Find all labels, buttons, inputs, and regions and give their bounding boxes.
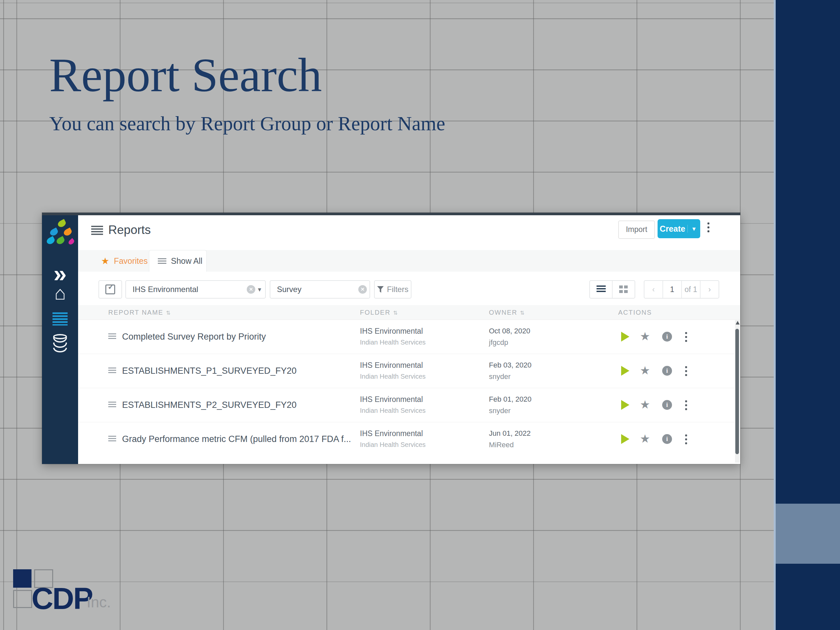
- scrollbar-up-arrow-icon[interactable]: [736, 321, 740, 325]
- info-icon[interactable]: i: [662, 366, 672, 376]
- group-caret-icon[interactable]: ▾: [258, 286, 261, 293]
- table-row[interactable]: Completed Survey Report by Priority IHS …: [78, 320, 740, 354]
- logo-leaf-teal: [46, 236, 56, 245]
- folder-cell: IHS EnvironmentalIndian Health Services: [360, 429, 426, 448]
- table-row[interactable]: ESTABLISHMENTS_P2_SURVEYED_FY20 IHS Envi…: [78, 388, 740, 422]
- clear-group-icon[interactable]: ✕: [247, 285, 255, 294]
- logo-leaf-blue: [49, 227, 59, 237]
- favorite-star-icon[interactable]: ★: [640, 399, 650, 410]
- scrollbar-thumb[interactable]: [735, 329, 739, 454]
- owner-cell: Feb 01, 2020snyder: [489, 395, 532, 415]
- grid-view-icon: [619, 286, 628, 293]
- list-view-toggle[interactable]: [590, 281, 612, 298]
- view-toggle-group: [589, 280, 635, 298]
- run-report-icon[interactable]: [621, 332, 629, 341]
- page-title: Reports: [108, 223, 151, 237]
- reports-app-window: » ⌂ Reports Import Create ▾ ★ Favorites …: [42, 213, 740, 464]
- slide: Report Search You can search by Report G…: [0, 0, 840, 630]
- row-kebab-menu-icon[interactable]: [685, 434, 687, 444]
- filter-funnel-icon: [377, 286, 384, 293]
- current-page[interactable]: 1: [663, 281, 681, 298]
- prev-page-button[interactable]: ‹: [644, 281, 663, 298]
- next-page-button[interactable]: ›: [700, 281, 718, 298]
- report-icon: [108, 368, 116, 374]
- report-name[interactable]: ESTABLISHMENTS_P2_SURVEYED_FY20: [122, 400, 297, 410]
- favorite-star-icon[interactable]: ★: [640, 433, 650, 444]
- report-icon: [108, 333, 116, 340]
- sort-icon[interactable]: ⇅: [393, 310, 398, 316]
- table-header: REPORT NAME⇅ FOLDER⇅ OWNER⇅ ACTIONS: [78, 305, 740, 320]
- create-dropdown-caret-icon[interactable]: ▾: [687, 225, 700, 233]
- logo-leaf-orange: [63, 227, 73, 237]
- report-name[interactable]: Grady Performance metric CFM (pulled fro…: [122, 434, 351, 444]
- logo-leaf-lime: [57, 219, 67, 228]
- slide-subtitle: You can search by Report Group or Report…: [49, 112, 445, 136]
- table-row[interactable]: ESTABLISHMENTS_P1_SURVEYED_FY20 IHS Envi…: [78, 354, 740, 388]
- favorites-star-icon: ★: [101, 256, 109, 267]
- cdp-logo-suffix: Inc.: [87, 595, 111, 609]
- column-actions: ACTIONS: [618, 309, 652, 316]
- row-kebab-menu-icon[interactable]: [685, 366, 687, 376]
- create-button-label: Create: [658, 224, 687, 234]
- grid-view-toggle[interactable]: [612, 281, 635, 298]
- show-all-list-icon: [158, 258, 166, 264]
- row-kebab-menu-icon[interactable]: [685, 332, 687, 342]
- column-owner[interactable]: OWNER⇅: [489, 309, 525, 316]
- tab-favorites-label: Favorites: [114, 256, 148, 266]
- database-icon[interactable]: [53, 334, 67, 352]
- app-logo-icon[interactable]: [48, 220, 74, 246]
- info-icon[interactable]: i: [662, 332, 672, 341]
- sort-icon[interactable]: ⇅: [520, 310, 525, 316]
- folder-cell: IHS EnvironmentalIndian Health Services: [360, 395, 426, 414]
- report-name[interactable]: Completed Survey Report by Priority: [122, 332, 266, 342]
- right-lightblue-band: [776, 504, 840, 564]
- logo-leaf-magenta: [68, 238, 76, 246]
- report-name-input[interactable]: Survey ✕: [270, 280, 370, 298]
- folder-cell: IHS EnvironmentalIndian Health Services: [360, 327, 426, 346]
- table-row[interactable]: Grady Performance metric CFM (pulled fro…: [78, 422, 740, 456]
- owner-cell: Oct 08, 2020jfgcdp: [489, 327, 530, 347]
- reports-title-icon: [91, 226, 103, 235]
- info-icon[interactable]: i: [662, 434, 672, 444]
- favorite-star-icon[interactable]: ★: [640, 330, 650, 342]
- column-report-name[interactable]: REPORT NAME⇅: [108, 309, 171, 316]
- filters-button[interactable]: Filters: [374, 280, 412, 298]
- column-folder[interactable]: FOLDER⇅: [360, 309, 398, 316]
- select-reports-button[interactable]: [98, 280, 122, 298]
- owner-cell: Jun 01, 2022MiReed: [489, 429, 531, 449]
- folder-cell: IHS EnvironmentalIndian Health Services: [360, 361, 426, 380]
- create-button[interactable]: Create ▾: [658, 219, 700, 238]
- home-icon[interactable]: ⌂: [42, 284, 78, 303]
- pagination: ‹ 1 of 1 ›: [644, 280, 719, 298]
- app-sidebar: » ⌂: [42, 215, 78, 464]
- tab-show-all[interactable]: Show All: [149, 250, 207, 272]
- slide-title: Report Search: [49, 47, 322, 104]
- cdp-logo-text: CDP: [32, 583, 92, 614]
- run-report-icon[interactable]: [621, 366, 629, 376]
- report-icon: [108, 402, 116, 408]
- tab-favorites[interactable]: ★ Favorites: [97, 250, 153, 272]
- report-name[interactable]: ESTABLISHMENTS_P1_SURVEYED_FY20: [122, 366, 297, 376]
- row-kebab-menu-icon[interactable]: [685, 400, 687, 410]
- window-top-strip: [42, 213, 740, 215]
- report-icon: [108, 436, 116, 442]
- report-group-value: IHS Environmental: [126, 285, 247, 294]
- logo-leaf-green: [55, 236, 66, 245]
- run-report-icon[interactable]: [621, 400, 629, 410]
- report-group-input[interactable]: IHS Environmental ✕ ▾: [125, 280, 266, 298]
- import-button[interactable]: Import: [618, 221, 655, 239]
- tab-show-all-label: Show All: [171, 256, 202, 266]
- header-kebab-menu-icon[interactable]: [707, 223, 709, 232]
- info-icon[interactable]: i: [662, 400, 672, 410]
- list-view-icon: [597, 286, 606, 293]
- clear-name-icon[interactable]: ✕: [358, 285, 367, 294]
- reports-nav-icon[interactable]: [52, 313, 68, 325]
- owner-cell: Feb 03, 2020snyder: [489, 361, 532, 381]
- sort-icon[interactable]: ⇅: [166, 310, 171, 316]
- run-report-icon[interactable]: [621, 434, 629, 444]
- cdp-logo-filled-square: [13, 569, 32, 588]
- cdp-logo-outline-square-2: [13, 590, 32, 608]
- favorite-star-icon[interactable]: ★: [640, 365, 650, 376]
- filters-label: Filters: [387, 285, 408, 294]
- checkbox-icon: [105, 284, 115, 294]
